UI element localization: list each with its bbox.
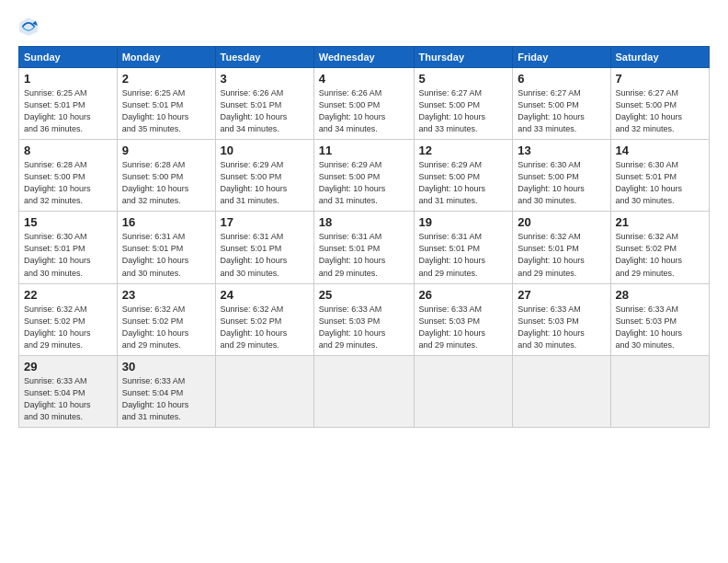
day-cell: 12Sunrise: 6:29 AM Sunset: 5:00 PM Dayli… — [414, 140, 513, 212]
header-cell-monday: Monday — [117, 47, 215, 68]
day-info: Sunrise: 6:26 AM Sunset: 5:01 PM Dayligh… — [221, 87, 309, 135]
day-info: Sunrise: 6:32 AM Sunset: 5:02 PM Dayligh… — [24, 304, 112, 351]
calendar-page: SundayMondayTuesdayWednesdayThursdayFrid… — [0, 0, 728, 563]
logo-icon — [18, 17, 39, 37]
day-number: 21 — [616, 215, 705, 229]
day-info: Sunrise: 6:33 AM Sunset: 5:03 PM Dayligh… — [319, 304, 409, 351]
day-cell: 26Sunrise: 6:33 AM Sunset: 5:03 PM Dayli… — [414, 283, 513, 355]
day-number: 4 — [319, 72, 409, 86]
day-number: 16 — [122, 215, 210, 229]
day-cell: 14Sunrise: 6:30 AM Sunset: 5:01 PM Dayli… — [610, 140, 710, 212]
day-number: 18 — [319, 215, 409, 229]
week-row-2: 8Sunrise: 6:28 AM Sunset: 5:00 PM Daylig… — [19, 140, 710, 212]
day-info: Sunrise: 6:32 AM Sunset: 5:01 PM Dayligh… — [518, 231, 605, 279]
header-cell-tuesday: Tuesday — [215, 47, 313, 68]
day-cell: 2Sunrise: 6:25 AM Sunset: 5:01 PM Daylig… — [117, 68, 215, 140]
day-number: 20 — [518, 215, 605, 229]
day-number: 1 — [24, 72, 112, 86]
day-cell: 28Sunrise: 6:33 AM Sunset: 5:03 PM Dayli… — [610, 283, 710, 355]
day-number: 15 — [24, 215, 112, 229]
header-cell-friday: Friday — [513, 47, 610, 68]
day-info: Sunrise: 6:29 AM Sunset: 5:00 PM Dayligh… — [221, 159, 309, 207]
day-info: Sunrise: 6:33 AM Sunset: 5:04 PM Dayligh… — [24, 375, 112, 423]
day-cell: 25Sunrise: 6:33 AM Sunset: 5:03 PM Dayli… — [313, 283, 414, 355]
day-info: Sunrise: 6:30 AM Sunset: 5:01 PM Dayligh… — [616, 159, 705, 207]
day-number: 22 — [24, 288, 112, 302]
day-number: 26 — [419, 288, 508, 302]
day-info: Sunrise: 6:25 AM Sunset: 5:01 PM Dayligh… — [122, 87, 210, 135]
week-row-4: 22Sunrise: 6:32 AM Sunset: 5:02 PM Dayli… — [19, 283, 710, 355]
day-info: Sunrise: 6:29 AM Sunset: 5:00 PM Dayligh… — [319, 159, 409, 207]
day-number: 11 — [319, 144, 409, 157]
day-cell: 20Sunrise: 6:32 AM Sunset: 5:01 PM Dayli… — [513, 212, 610, 283]
day-info: Sunrise: 6:33 AM Sunset: 5:03 PM Dayligh… — [616, 304, 705, 351]
day-number: 3 — [221, 72, 309, 86]
day-cell: 24Sunrise: 6:32 AM Sunset: 5:02 PM Dayli… — [215, 283, 313, 355]
day-cell — [414, 355, 513, 427]
day-number: 12 — [419, 144, 508, 157]
day-info: Sunrise: 6:27 AM Sunset: 5:00 PM Dayligh… — [419, 87, 508, 135]
day-info: Sunrise: 6:31 AM Sunset: 5:01 PM Dayligh… — [122, 231, 210, 279]
day-cell: 17Sunrise: 6:31 AM Sunset: 5:01 PM Dayli… — [215, 212, 313, 283]
week-row-5: 29Sunrise: 6:33 AM Sunset: 5:04 PM Dayli… — [19, 355, 710, 427]
day-cell: 4Sunrise: 6:26 AM Sunset: 5:00 PM Daylig… — [313, 68, 414, 140]
day-cell: 1Sunrise: 6:25 AM Sunset: 5:01 PM Daylig… — [19, 68, 118, 140]
day-cell: 27Sunrise: 6:33 AM Sunset: 5:03 PM Dayli… — [513, 283, 610, 355]
day-number: 2 — [122, 72, 210, 86]
day-number: 9 — [122, 144, 210, 157]
day-cell: 6Sunrise: 6:27 AM Sunset: 5:00 PM Daylig… — [513, 68, 610, 140]
day-number: 28 — [616, 288, 705, 302]
header-cell-thursday: Thursday — [414, 47, 513, 68]
day-info: Sunrise: 6:32 AM Sunset: 5:02 PM Dayligh… — [221, 304, 309, 351]
day-cell: 21Sunrise: 6:32 AM Sunset: 5:02 PM Dayli… — [610, 212, 710, 283]
day-cell: 19Sunrise: 6:31 AM Sunset: 5:01 PM Dayli… — [414, 212, 513, 283]
day-cell: 11Sunrise: 6:29 AM Sunset: 5:00 PM Dayli… — [313, 140, 414, 212]
day-cell: 15Sunrise: 6:30 AM Sunset: 5:01 PM Dayli… — [19, 212, 118, 283]
day-cell: 23Sunrise: 6:32 AM Sunset: 5:02 PM Dayli… — [117, 283, 215, 355]
day-cell: 9Sunrise: 6:28 AM Sunset: 5:00 PM Daylig… — [117, 140, 215, 212]
day-info: Sunrise: 6:25 AM Sunset: 5:01 PM Dayligh… — [24, 87, 112, 135]
day-info: Sunrise: 6:31 AM Sunset: 5:01 PM Dayligh… — [419, 231, 508, 279]
day-info: Sunrise: 6:27 AM Sunset: 5:00 PM Dayligh… — [518, 87, 605, 135]
day-number: 17 — [221, 215, 309, 229]
day-info: Sunrise: 6:26 AM Sunset: 5:00 PM Dayligh… — [319, 87, 409, 135]
day-cell: 13Sunrise: 6:30 AM Sunset: 5:00 PM Dayli… — [513, 140, 610, 212]
day-number: 6 — [518, 72, 605, 86]
day-info: Sunrise: 6:30 AM Sunset: 5:01 PM Dayligh… — [24, 231, 112, 279]
calendar-table: SundayMondayTuesdayWednesdayThursdayFrid… — [18, 46, 710, 428]
day-number: 14 — [616, 144, 705, 157]
day-info: Sunrise: 6:29 AM Sunset: 5:00 PM Dayligh… — [419, 159, 508, 207]
day-info: Sunrise: 6:33 AM Sunset: 5:03 PM Dayligh… — [518, 304, 605, 351]
day-cell: 18Sunrise: 6:31 AM Sunset: 5:01 PM Dayli… — [313, 212, 414, 283]
day-info: Sunrise: 6:33 AM Sunset: 5:04 PM Dayligh… — [122, 375, 210, 423]
header-cell-sunday: Sunday — [19, 47, 118, 68]
header-row: SundayMondayTuesdayWednesdayThursdayFrid… — [19, 47, 710, 68]
day-info: Sunrise: 6:31 AM Sunset: 5:01 PM Dayligh… — [221, 231, 309, 279]
day-number: 30 — [122, 360, 210, 373]
header-cell-saturday: Saturday — [610, 47, 710, 68]
day-info: Sunrise: 6:32 AM Sunset: 5:02 PM Dayligh… — [616, 231, 705, 279]
day-number: 19 — [419, 215, 508, 229]
logo — [18, 17, 42, 37]
day-number: 7 — [616, 72, 705, 86]
day-info: Sunrise: 6:27 AM Sunset: 5:00 PM Dayligh… — [616, 87, 705, 135]
svg-marker-0 — [19, 17, 38, 36]
day-cell: 3Sunrise: 6:26 AM Sunset: 5:01 PM Daylig… — [215, 68, 313, 140]
day-info: Sunrise: 6:28 AM Sunset: 5:00 PM Dayligh… — [24, 159, 112, 207]
day-info: Sunrise: 6:31 AM Sunset: 5:01 PM Dayligh… — [319, 231, 409, 279]
day-cell: 8Sunrise: 6:28 AM Sunset: 5:00 PM Daylig… — [19, 140, 118, 212]
header — [18, 17, 710, 37]
day-info: Sunrise: 6:30 AM Sunset: 5:00 PM Dayligh… — [518, 159, 605, 207]
day-number: 10 — [221, 144, 309, 157]
day-cell — [513, 355, 610, 427]
day-cell — [610, 355, 710, 427]
day-number: 24 — [221, 288, 309, 302]
day-number: 13 — [518, 144, 605, 157]
day-number: 8 — [24, 144, 112, 157]
week-row-3: 15Sunrise: 6:30 AM Sunset: 5:01 PM Dayli… — [19, 212, 710, 283]
day-info: Sunrise: 6:32 AM Sunset: 5:02 PM Dayligh… — [122, 304, 210, 351]
day-number: 27 — [518, 288, 605, 302]
day-info: Sunrise: 6:33 AM Sunset: 5:03 PM Dayligh… — [419, 304, 508, 351]
day-number: 29 — [24, 360, 112, 373]
day-number: 23 — [122, 288, 210, 302]
